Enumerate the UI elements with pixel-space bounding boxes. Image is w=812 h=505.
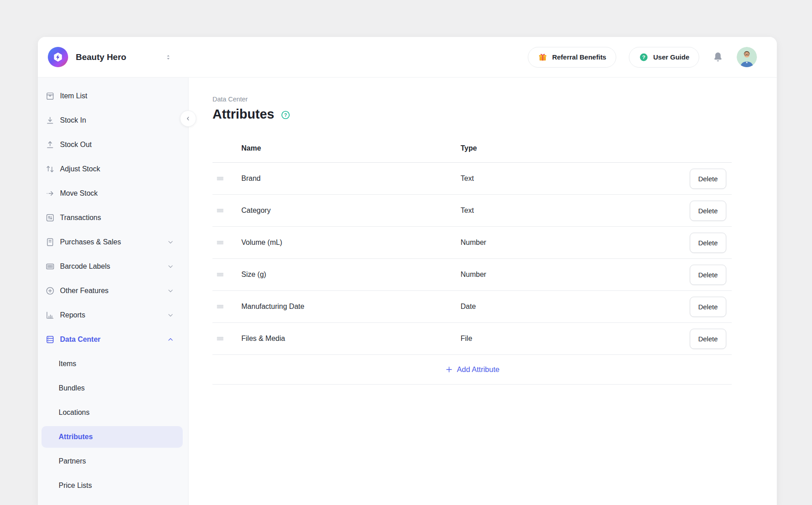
arrows-up-down-icon	[45, 164, 55, 174]
svg-text:?: ?	[284, 112, 287, 118]
table-row: Volume (mL)NumberDelete	[212, 227, 732, 259]
sidebar-item-stock-in[interactable]: Stock In	[38, 108, 188, 133]
delete-button[interactable]: Delete	[690, 329, 726, 349]
sidebar-item-transactions[interactable]: Transactions	[38, 206, 188, 230]
sidebar-collapse-button[interactable]	[180, 110, 196, 127]
sidebar-item-stock-out[interactable]: Stock Out	[38, 133, 188, 157]
upload-icon	[45, 140, 55, 150]
attribute-name: Size (g)	[241, 271, 461, 279]
sidebar-item-label: Stock In	[60, 116, 175, 124]
app-name: Beauty Hero	[76, 52, 126, 62]
sidebar-item-label: Reports	[60, 311, 161, 319]
plus-circle-icon	[45, 286, 55, 296]
sidebar-item-label: Transactions	[60, 214, 175, 222]
table-header-row: Name Type	[212, 134, 732, 163]
chevron-down-icon	[166, 287, 175, 295]
sidebar-item-label: Move Stock	[60, 189, 175, 197]
sidebar-subitem-bundles[interactable]: Bundles	[38, 376, 188, 400]
attribute-name: Volume (mL)	[241, 239, 461, 247]
topbar-actions: Referral Benefits ? User Guide	[528, 47, 757, 68]
sidebar-subitem-attributes[interactable]: Attributes	[42, 426, 183, 448]
topbar: Beauty Hero	[38, 37, 777, 78]
download-icon	[45, 115, 55, 125]
table-body: BrandTextDeleteCategoryTextDeleteVolume …	[212, 163, 732, 355]
table-row: Size (g)NumberDelete	[212, 259, 732, 291]
database-icon	[45, 335, 55, 344]
barcode-icon	[45, 262, 55, 271]
delete-button[interactable]: Delete	[690, 265, 726, 285]
user-avatar[interactable]	[737, 47, 757, 67]
table-row: BrandTextDelete	[212, 163, 732, 195]
attribute-type: Text	[461, 174, 688, 183]
sidebar-item-label: Other Features	[60, 287, 161, 295]
attribute-name: Manufacturing Date	[241, 303, 461, 311]
document-icon	[45, 237, 55, 247]
chevron-down-icon	[166, 262, 175, 271]
sidebar-subitem-label: Locations	[59, 409, 90, 417]
add-attribute-row: Add Attribute	[212, 355, 732, 385]
sidebar-subitem-partners[interactable]: Partners	[38, 449, 188, 473]
sidebar-item-label: Barcode Labels	[60, 262, 161, 271]
attribute-type: Number	[461, 271, 688, 279]
breadcrumb: Data Center	[212, 96, 732, 103]
app-logo-icon	[48, 47, 68, 67]
drag-handle-icon[interactable]	[215, 333, 226, 344]
gift-icon	[538, 52, 548, 62]
sidebar-subitem-label: Partners	[59, 457, 86, 465]
attribute-name: Category	[241, 207, 461, 215]
column-header-type: Type	[461, 144, 688, 152]
sidebar-item-purchases-sales[interactable]: Purchases & Sales	[38, 230, 188, 254]
sidebar-item-move-stock[interactable]: Move Stock	[38, 181, 188, 206]
svg-text:?: ?	[642, 55, 645, 60]
attribute-type: Date	[461, 303, 688, 311]
sidebar-subitem-locations[interactable]: Locations	[38, 400, 188, 425]
up-down-selector-icon[interactable]	[164, 53, 172, 62]
attribute-type: Text	[461, 207, 688, 215]
chevron-up-icon	[166, 335, 175, 344]
sidebar-subitem-label: Bundles	[59, 384, 85, 392]
user-guide-button[interactable]: ? User Guide	[629, 47, 699, 68]
drag-handle-icon[interactable]	[215, 301, 226, 312]
sidebar-item-label: Item List	[60, 92, 175, 100]
delete-button[interactable]: Delete	[690, 201, 726, 221]
sidebar-item-barcode-labels[interactable]: Barcode Labels	[38, 254, 188, 279]
referral-benefits-button[interactable]: Referral Benefits	[528, 47, 616, 68]
title-row: Attributes ?	[212, 107, 732, 122]
delete-button[interactable]: Delete	[690, 169, 726, 189]
sidebar-item-data-center[interactable]: Data Center	[38, 327, 188, 352]
notifications-bell-icon[interactable]	[712, 51, 724, 63]
sidebar-item-label: Data Center	[60, 335, 161, 344]
drag-handle-icon[interactable]	[215, 173, 226, 184]
sidebar-item-item-list[interactable]: Item List	[38, 84, 188, 108]
chevron-left-icon	[185, 115, 192, 122]
sidebar-subitem-items[interactable]: Items	[38, 352, 188, 376]
help-circle-icon[interactable]: ?	[281, 110, 291, 120]
sidebar-subitem-label: Price Lists	[59, 482, 92, 490]
attribute-name: Files & Media	[241, 335, 461, 343]
package-icon	[45, 91, 55, 101]
table-row: CategoryTextDelete	[212, 195, 732, 227]
chevron-down-icon	[166, 238, 175, 246]
app-window: Beauty Hero	[38, 37, 777, 505]
move-arrow-icon	[45, 188, 55, 198]
attribute-type: File	[461, 335, 688, 343]
drag-handle-icon[interactable]	[215, 269, 226, 280]
sidebar-item-adjust-stock[interactable]: Adjust Stock	[38, 157, 188, 181]
chevron-down-icon	[166, 311, 175, 319]
drag-handle-icon[interactable]	[215, 237, 226, 248]
add-attribute-button[interactable]: Add Attribute	[445, 365, 499, 374]
main-content: Data Center Attributes ? Name Type	[189, 78, 777, 505]
attributes-table: Name Type BrandTextDeleteCategoryTextDel…	[212, 134, 732, 385]
column-header-name: Name	[241, 144, 461, 152]
sidebar-nav: Item ListStock InStock OutAdjust StockMo…	[38, 84, 188, 498]
plus-icon	[445, 365, 453, 374]
delete-button[interactable]: Delete	[690, 297, 726, 317]
sidebar-item-label: Adjust Stock	[60, 165, 175, 173]
page: Beauty Hero	[0, 0, 812, 505]
delete-button[interactable]: Delete	[690, 233, 726, 253]
table-row: Manufacturing DateDateDelete	[212, 291, 732, 323]
sidebar-item-reports[interactable]: Reports	[38, 303, 188, 327]
drag-handle-icon[interactable]	[215, 205, 226, 216]
sidebar-subitem-price-lists[interactable]: Price Lists	[38, 473, 188, 498]
sidebar-item-other-features[interactable]: Other Features	[38, 279, 188, 303]
